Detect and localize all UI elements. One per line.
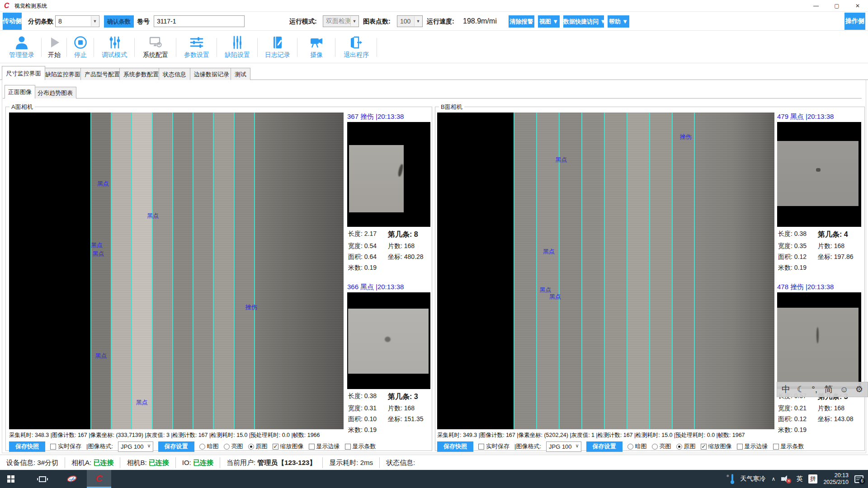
defect-card[interactable]: 366黑点|20:13:38 长度: 0.38 第几条: 3 宽度: 0.31 …: [347, 282, 430, 434]
strip-count-select[interactable]: 8 ▼: [55, 15, 99, 27]
ime-chinese-mode[interactable]: 中: [782, 382, 790, 397]
param-settings-button[interactable]: 参数设置: [176, 31, 217, 63]
capture-button[interactable]: 摄像: [297, 31, 335, 63]
defect-sliders-icon: [230, 35, 245, 50]
defect-card[interactable]: 478挫伤|20:13:38 长度: 0.57 第几条: 3 宽度: 0.21 …: [777, 282, 861, 434]
defect-marker: 黑点: [97, 180, 109, 188]
tab-system-param-config[interactable]: 系统参数配置: [119, 68, 163, 80]
roll-number-input[interactable]: [154, 15, 245, 27]
realtime-save-checkbox[interactable]: 实时保存: [478, 442, 509, 450]
defect-card[interactable]: 479黑点|20:13:38 长度: 0.38 第几条: 4 宽度: 0.35 …: [777, 112, 861, 272]
strip-count-value: 8: [58, 18, 62, 25]
notification-center-icon[interactable]: 6: [854, 475, 863, 483]
ime-simplified-mode[interactable]: 简: [824, 382, 833, 397]
save-settings-button[interactable]: 保存设置: [586, 441, 623, 452]
show-strips-checkbox[interactable]: 显示条数: [345, 442, 376, 450]
thermometer-icon[interactable]: ❄: [730, 474, 735, 484]
scissors-icon: ✂: [66, 474, 78, 484]
help-menu-button[interactable]: 帮助 ▼: [608, 15, 629, 28]
realtime-save-checkbox[interactable]: 实时保存: [50, 442, 81, 450]
camera-image-a[interactable]: 黑点 黑点 黑点 黑点 挫伤 黑点 黑点: [9, 113, 344, 429]
bright-image-radio[interactable]: 亮图: [652, 442, 671, 450]
tab-defect-monitor[interactable]: 缺陷监控界面: [41, 68, 85, 80]
bright-image-radio[interactable]: 亮图: [224, 442, 243, 450]
tab-size-monitor[interactable]: 尺寸监控界面: [2, 66, 45, 80]
start-button[interactable]: 开始: [42, 31, 67, 63]
confirm-strips-button[interactable]: 确认条数: [104, 15, 134, 28]
ime-punctuation-icon[interactable]: °,: [811, 382, 817, 397]
debug-mode-button[interactable]: 调试模式: [94, 31, 135, 63]
close-button[interactable]: ✕: [847, 0, 868, 12]
maximize-button[interactable]: ▢: [826, 0, 847, 12]
data-quick-access-button[interactable]: 数据快捷访问 ▼: [563, 15, 604, 28]
defect-card[interactable]: 367挫伤|20:13:38 长度: 2.17 第几条: 8 宽度: 0.54 …: [347, 112, 430, 272]
tab-status-info[interactable]: 状态信息: [159, 68, 190, 80]
run-mode-select[interactable]: 双面检测 ▼: [323, 15, 359, 27]
sub-tab-bar: 正面图像 分布趋势图表: [5, 84, 863, 99]
ime-fullwidth-icon[interactable]: ☾: [797, 382, 805, 397]
stop-icon: [73, 35, 88, 50]
original-image-radio[interactable]: 原图: [676, 442, 696, 450]
defect-thumbnail: [347, 292, 430, 389]
dark-image-radio[interactable]: 暗图: [199, 442, 219, 450]
app-taskbar-button[interactable]: C: [87, 470, 111, 488]
play-icon: [47, 35, 61, 50]
chart-points-select[interactable]: 100 ▼: [397, 15, 423, 27]
ime-language-bar: 中 ☾ °, 简 ☺ ⚙: [777, 382, 868, 397]
weather-text[interactable]: 天气寒冷: [741, 475, 766, 483]
view-menu-button[interactable]: 视图 ▼: [538, 15, 560, 28]
subtab-distribution-trend[interactable]: 分布趋势图表: [34, 87, 76, 99]
radio-icon: [627, 444, 633, 450]
exit-program-button[interactable]: 退出程序: [335, 31, 377, 63]
save-snapshot-button[interactable]: 保存快照: [9, 441, 45, 452]
image-format-select[interactable]: JPG 100∨: [546, 441, 581, 452]
save-snapshot-button[interactable]: 保存快照: [437, 441, 473, 452]
show-strips-checkbox[interactable]: 显示条数: [773, 442, 804, 450]
log-record-button[interactable]: 日志记录: [258, 31, 297, 63]
defect-stats: 长度: 2.17 第几条: 8 宽度: 0.54 片数: 168 面积: 0.6…: [347, 227, 430, 272]
subtab-front-image[interactable]: 正面图像: [5, 85, 35, 99]
transmission-side-tag[interactable]: 传动侧: [3, 13, 22, 30]
status-bar: 设备信息: 3#分切 相机A: 已连接 相机B: 已连接 IO: 已连接 当前用…: [0, 455, 868, 470]
tab-test[interactable]: 测试: [231, 68, 250, 80]
radio-icon: [652, 444, 658, 450]
chevron-down-icon: ∨: [576, 443, 579, 449]
volume-muted-icon[interactable]: ✕: [781, 475, 790, 483]
clear-alarm-button[interactable]: 清除报警: [509, 15, 534, 28]
show-edges-checkbox[interactable]: 显示边缘: [309, 442, 340, 450]
ime-pinyin-badge[interactable]: 拼: [808, 474, 817, 483]
input-language-indicator[interactable]: 英: [796, 475, 802, 483]
chart-points-label: 图表点数:: [363, 12, 391, 31]
zoom-image-checkbox[interactable]: 缩放图像: [273, 442, 304, 450]
stop-button[interactable]: 停止: [67, 31, 94, 63]
zoom-image-checkbox[interactable]: 缩放图像: [701, 442, 732, 450]
operation-side-tag[interactable]: 操作侧: [844, 13, 865, 30]
tab-edge-data-record[interactable]: 边缘数据记录: [190, 68, 233, 80]
show-edges-checkbox[interactable]: 显示边缘: [737, 442, 768, 450]
clock[interactable]: 20:132025/2/10: [823, 472, 849, 486]
strip-boundary-line: [131, 113, 132, 429]
image-format-label: |图像格式:: [86, 442, 113, 450]
original-image-radio[interactable]: 原图: [248, 442, 268, 450]
panel-b-title: B面相机: [439, 103, 464, 111]
ime-settings-gear-icon[interactable]: ⚙: [855, 382, 863, 397]
task-view-button[interactable]: [32, 470, 53, 488]
run-mode-value: 双面检测: [326, 17, 351, 25]
log-book-icon: [270, 35, 285, 50]
tab-product-model-config[interactable]: 产品型号配置: [80, 68, 124, 80]
camera-image-b[interactable]: 挫伤 黑点 黑点 黑点 黑点: [437, 113, 774, 429]
system-config-button[interactable]: 系统配置: [135, 31, 176, 63]
defect-marker: 挫伤: [245, 303, 257, 311]
strip-boundary-line: [604, 113, 605, 429]
tray-expand-chevron[interactable]: ∧: [772, 476, 776, 482]
defect-settings-button[interactable]: 缺陷设置: [217, 31, 258, 63]
start-button[interactable]: [0, 470, 22, 488]
save-settings-button[interactable]: 保存设置: [158, 441, 194, 452]
admin-login-button[interactable]: 管理登录: [2, 31, 42, 63]
debug-sliders-icon: [107, 35, 122, 50]
minimize-button[interactable]: —: [806, 0, 826, 12]
snipping-tool-button[interactable]: ✂: [61, 470, 83, 488]
ime-emoji-icon[interactable]: ☺: [840, 382, 848, 397]
image-format-select[interactable]: JPG 100∨: [118, 441, 153, 452]
dark-image-radio[interactable]: 暗图: [627, 442, 647, 450]
